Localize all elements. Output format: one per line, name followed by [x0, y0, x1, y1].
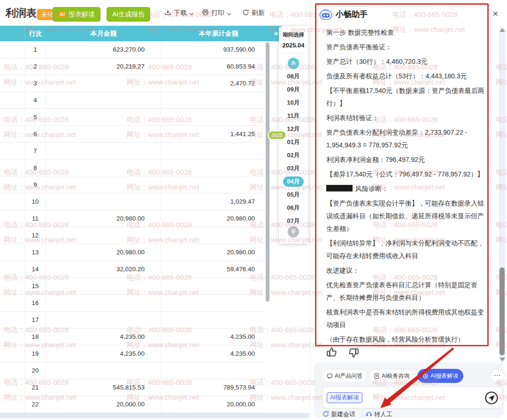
- table-row[interactable]: 15: [0, 278, 266, 295]
- month-item[interactable]: 05月: [279, 188, 308, 201]
- ai-interpret-button[interactable]: AI 报表解读: [53, 7, 100, 22]
- transfer-to-human-button[interactable]: 转人工: [366, 410, 392, 419]
- cell-blank: [0, 345, 25, 362]
- month-item[interactable]: 11月: [279, 109, 308, 122]
- month-item[interactable]: 08月: [279, 70, 308, 83]
- chat-input[interactable]: [363, 390, 481, 405]
- cell-ytd-amount: [161, 362, 266, 379]
- cell-month-amount: [46, 126, 161, 142]
- table-row[interactable]: 8: [0, 160, 266, 176]
- month-item[interactable]: 09月: [279, 83, 308, 96]
- print-button[interactable]: 打印: [202, 8, 231, 18]
- table-row[interactable]: 6 1,441.25: [0, 126, 266, 143]
- table-row[interactable]: 3 2,470.72: [0, 75, 266, 92]
- month-item[interactable]: 10月: [279, 96, 308, 109]
- cell-line: 6: [25, 126, 46, 142]
- new-conversation-button[interactable]: 新建会话: [323, 410, 355, 419]
- input-mode-tag[interactable]: AI报表解读: [327, 392, 362, 403]
- table-row[interactable]: 5: [0, 109, 266, 126]
- cell-blank: [0, 278, 25, 294]
- table-row[interactable]: 14 32,020.20 59,476.40: [0, 261, 266, 278]
- cell-line: 13: [25, 244, 46, 260]
- cell-month-amount: 20,000.00: [46, 396, 161, 412]
- redacted-block: [326, 185, 353, 191]
- column-month-amount: 本月金额: [46, 26, 161, 41]
- cell-month-amount: [46, 92, 161, 108]
- column-blank: [0, 26, 25, 41]
- cell-line: 17: [25, 312, 46, 328]
- cell-blank: [0, 379, 25, 396]
- cell-blank: [0, 396, 25, 412]
- cell-ytd-amount: 1,441.25: [161, 126, 266, 142]
- table-row[interactable]: 18 4,235.00 4,235.00: [0, 328, 266, 345]
- cell-blank: [0, 92, 25, 108]
- refresh-button[interactable]: 刷新: [242, 8, 265, 18]
- thumbs-down-button[interactable]: [346, 345, 360, 359]
- quick-action-chat[interactable]: AI产品问答: [322, 369, 368, 383]
- cell-line: 7: [25, 143, 46, 159]
- cell-ytd-amount: [161, 278, 266, 294]
- table-row[interactable]: 22 20,000.00 20,000.00: [0, 396, 266, 413]
- scroll-months-down-button[interactable]: [288, 226, 299, 237]
- table-row[interactable]: 17: [0, 312, 266, 328]
- chat-scroll-down-icon[interactable]: [499, 358, 505, 361]
- table-row[interactable]: 4: [0, 92, 266, 109]
- table-row[interactable]: 20: [0, 362, 266, 379]
- headset-icon: [366, 411, 372, 419]
- month-item[interactable]: 04月: [279, 175, 308, 188]
- table-vertical-scrollbar[interactable]: [266, 42, 269, 302]
- spark-icon: [422, 373, 429, 379]
- table-row[interactable]: 9: [0, 176, 266, 193]
- cell-ytd-amount: 1,029.47: [161, 193, 266, 210]
- table-row[interactable]: 11 20,980.00 20,980.00: [0, 210, 266, 227]
- table-row[interactable]: 7: [0, 143, 266, 160]
- chat-scroll-up-icon[interactable]: [499, 28, 505, 32]
- doc-icon: [374, 373, 380, 379]
- quick-action-spark[interactable]: AI报表解读: [417, 369, 463, 383]
- assistant-message-line: 负债及所有者权益总计（53行）：4,443,180.3元: [326, 70, 488, 83]
- cell-blank: [0, 244, 25, 260]
- more-actions-button[interactable]: ⋯: [490, 369, 505, 383]
- cell-month-amount: [46, 193, 161, 210]
- assistant-message-line: 资产负债表未分配利润变动差异：2,733,907.22 - 1,954,949.…: [326, 126, 488, 152]
- table-row[interactable]: 21 545,815.53 789,573.94: [0, 379, 266, 396]
- current-period: 2025.04: [279, 42, 308, 49]
- table-row[interactable]: 19 4,235.00 4,235.00: [0, 345, 266, 362]
- table-horizontal-scrollbar[interactable]: [0, 413, 309, 418]
- chat-scrollbar-thumb[interactable]: [499, 267, 505, 355]
- table-row[interactable]: 16: [0, 295, 266, 312]
- new-chat-icon: [323, 411, 329, 419]
- assistant-message-line: 【资产负债表未实现会计平衡】，可能存在数据录入错误或遗漏科目（如长期借款、递延所…: [326, 197, 488, 235]
- ai-generate-report-button[interactable]: AI生成报告: [107, 7, 150, 22]
- year-badge: 2025: [269, 131, 285, 139]
- cell-line: 1: [25, 41, 46, 58]
- close-icon[interactable]: ×: [492, 8, 498, 19]
- table-row[interactable]: 13 20,980.00 20,980.00: [0, 244, 266, 261]
- cell-blank: [0, 295, 25, 311]
- scroll-months-up-button[interactable]: [288, 58, 299, 69]
- cell-blank: [0, 227, 25, 244]
- download-button[interactable]: 下载: [164, 8, 194, 18]
- month-item[interactable]: 06月: [279, 201, 308, 214]
- cell-month-amount: [46, 160, 161, 176]
- print-label: 打印: [211, 9, 224, 17]
- table-row[interactable]: 2 20,219.27 60,853.94: [0, 58, 266, 75]
- column-line: 行次: [25, 26, 46, 41]
- cell-month-amount: 32,020.20: [46, 261, 161, 277]
- table-row[interactable]: 10 1,029.47: [0, 193, 266, 210]
- download-label: 下载: [174, 9, 187, 17]
- month-item[interactable]: 03月: [279, 162, 308, 175]
- thumbs-up-button[interactable]: [325, 345, 339, 359]
- table-row[interactable]: 12: [0, 227, 266, 244]
- month-item[interactable]: 02月: [279, 149, 308, 162]
- cell-ytd-amount: 60,853.94: [161, 58, 266, 75]
- cell-blank: [0, 362, 25, 379]
- table-row[interactable]: 1 623,270.00 937,590.00: [0, 41, 266, 58]
- month-item[interactable]: 07月: [279, 214, 308, 228]
- send-icon[interactable]: [484, 391, 499, 405]
- cell-month-amount: 623,270.00: [46, 41, 161, 58]
- chevron-down-icon: [189, 9, 194, 17]
- quick-action-doc[interactable]: AI税务咨询: [369, 369, 415, 383]
- column-ytd-amount: 本年累计金额: [161, 26, 276, 41]
- cell-ytd-amount: 2,470.72: [161, 75, 266, 92]
